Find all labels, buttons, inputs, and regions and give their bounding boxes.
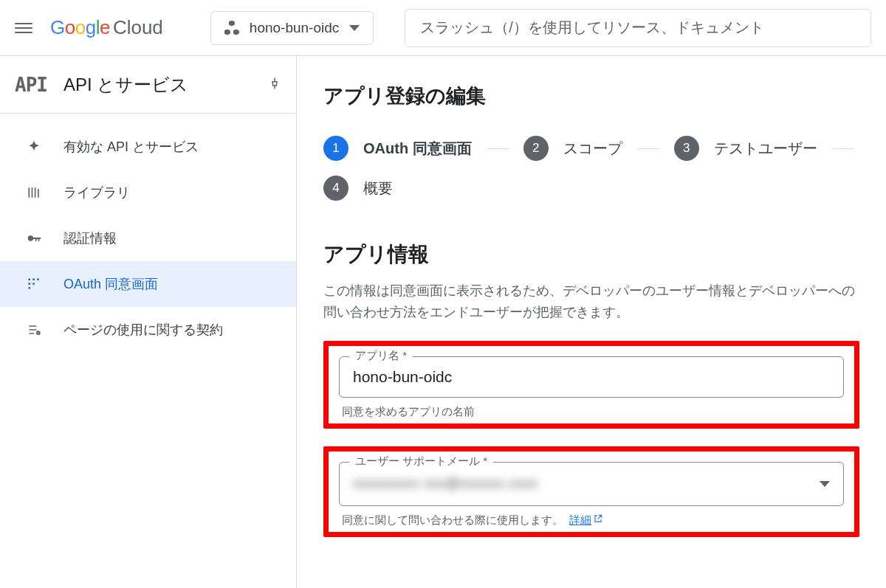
app-name-label: アプリ名 *: [349, 349, 413, 363]
step-summary[interactable]: 4 概要: [323, 176, 393, 201]
sidebar-header: API API とサービス: [0, 56, 296, 114]
app-name-highlight: アプリ名 * 同意を求めるアプリの名前: [323, 341, 859, 429]
google-logo-text: Google: [50, 16, 110, 39]
google-cloud-logo[interactable]: Google Cloud: [50, 16, 163, 39]
menu-button[interactable]: [15, 19, 32, 37]
support-email-value: xxxxxxxxx xxx@xxxxxx.xxxx: [353, 476, 538, 491]
step-number: 1: [323, 136, 348, 161]
svg-rect-5: [32, 283, 35, 285]
sidebar-item-page-usage[interactable]: ページの使用に関する契約: [0, 307, 296, 353]
main-content: アプリ登録の編集 1 OAuth 同意画面 2 スコープ 3 テストユーザー 4…: [297, 56, 886, 588]
svg-rect-2: [29, 283, 31, 285]
chevron-down-icon: [820, 481, 830, 487]
sidebar-item-label: 有効な API とサービス: [63, 138, 199, 156]
step-label: テストユーザー: [714, 139, 817, 159]
page-usage-icon: [25, 321, 43, 339]
svg-rect-3: [29, 287, 31, 289]
project-name-label: hono-bun-oidc: [250, 20, 339, 36]
external-link-icon: [593, 513, 603, 526]
step-number: 4: [323, 176, 348, 201]
sidebar-item-label: ページの使用に関する契約: [63, 321, 223, 339]
sidebar-item-label: OAuth 同意画面: [63, 275, 158, 293]
step-label: スコープ: [563, 139, 622, 159]
app-name-input[interactable]: [339, 356, 844, 398]
svg-point-0: [28, 235, 33, 241]
api-logo: API: [15, 74, 47, 96]
step-separator: [637, 148, 659, 149]
sidebar: API API とサービス 有効な API とサービス ライブラリ: [0, 56, 297, 588]
sidebar-item-library[interactable]: ライブラリ: [0, 170, 296, 215]
sidebar-item-enabled-apis[interactable]: 有効な API とサービス: [0, 124, 296, 170]
sidebar-item-label: 認証情報: [63, 229, 117, 247]
svg-rect-6: [37, 279, 38, 281]
step-separator: [832, 148, 854, 149]
library-icon: [25, 184, 43, 201]
support-email-label: ユーザー サポートメール *: [349, 454, 493, 468]
support-email-highlight: ユーザー サポートメール * xxxxxxxxx xxx@xxxxxx.xxxx…: [323, 446, 859, 537]
app-name-helper: 同意を求めるアプリの名前: [339, 405, 844, 419]
learn-more-link[interactable]: 詳細: [569, 513, 603, 526]
support-email-helper: 同意に関して問い合わせる際に使用します。 詳細: [339, 513, 844, 528]
step-oauth-consent[interactable]: 1 OAuth 同意画面: [323, 136, 472, 161]
chevron-down-icon: [349, 25, 360, 31]
sidebar-title: API とサービス: [63, 73, 188, 97]
step-number: 3: [674, 136, 699, 161]
search-input[interactable]: スラッシュ（/）を使用してリソース、ドキュメント: [405, 9, 871, 47]
step-label: 概要: [363, 179, 393, 198]
search-placeholder-text: スラッシュ（/）を使用してリソース、ドキュメント: [420, 18, 764, 38]
step-separator: [487, 148, 509, 149]
step-scopes[interactable]: 2 スコープ: [523, 136, 622, 161]
svg-rect-4: [32, 279, 35, 281]
cloud-logo-text: Cloud: [113, 16, 163, 39]
support-email-select[interactable]: xxxxxxxxx xxx@xxxxxx.xxxx: [339, 462, 844, 506]
step-number: 2: [523, 136, 549, 161]
step-test-users[interactable]: 3 テストユーザー: [674, 136, 817, 161]
svg-rect-1: [29, 279, 31, 281]
app-info-section-title: アプリ情報: [323, 241, 859, 269]
step-label: OAuth 同意画面: [363, 139, 472, 159]
sidebar-item-oauth-consent[interactable]: OAuth 同意画面: [0, 261, 296, 307]
enabled-apis-icon: [25, 138, 43, 156]
page-title: アプリ登録の編集: [323, 83, 859, 109]
credentials-icon: [25, 229, 43, 247]
pin-icon[interactable]: [268, 75, 281, 94]
app-info-description: この情報は同意画面に表示されるため、デベロッパーのユーザー情報とデベロッパーへの…: [323, 280, 859, 323]
project-icon: [224, 21, 239, 35]
stepper: 1 OAuth 同意画面 2 スコープ 3 テストユーザー 4 概要: [323, 136, 859, 201]
oauth-consent-icon: [25, 275, 43, 293]
sidebar-item-label: ライブラリ: [63, 184, 130, 201]
sidebar-item-credentials[interactable]: 認証情報: [0, 215, 296, 261]
project-selector[interactable]: hono-bun-oidc: [210, 11, 374, 45]
